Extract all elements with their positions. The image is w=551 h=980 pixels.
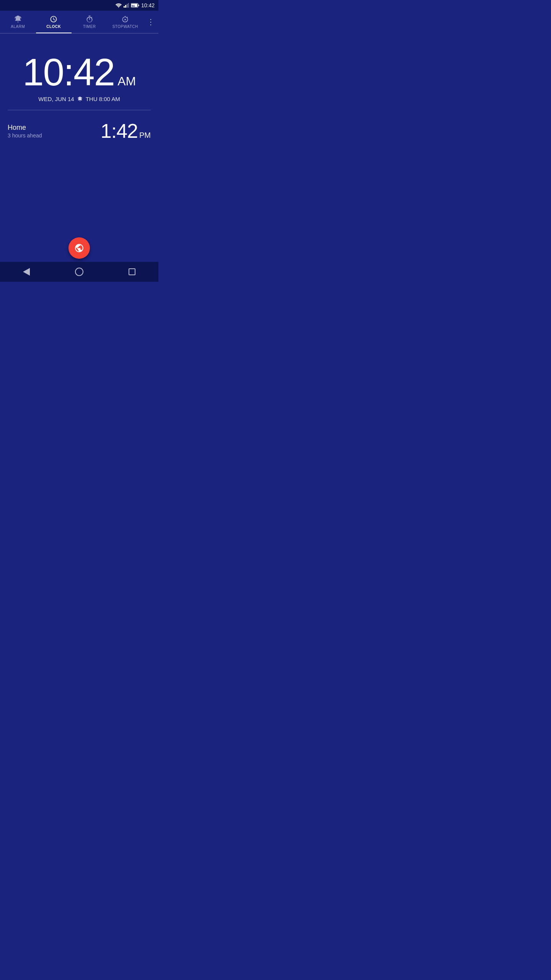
svg-rect-2 bbox=[125, 5, 126, 8]
svg-rect-4 bbox=[128, 3, 129, 8]
tab-timer-label: TIMER bbox=[83, 24, 96, 29]
world-time-number: 1:42 bbox=[101, 119, 138, 142]
current-date: WED, JUN 14 bbox=[38, 96, 74, 102]
tab-bar: ALARM CLOCK TIMER STOPWATCH ⋮ bbox=[0, 11, 158, 34]
world-clock-left: Home 3 hours ahead bbox=[8, 124, 42, 139]
next-alarm-icon bbox=[77, 96, 83, 102]
current-time-display: 10:42 AM bbox=[8, 41, 151, 91]
world-clock-offset: 3 hours ahead bbox=[8, 132, 42, 139]
world-clock-name: Home bbox=[8, 124, 42, 132]
main-content: 10:42 AM WED, JUN 14 THU 8:00 AM Home 3 … bbox=[0, 34, 158, 144]
section-divider bbox=[8, 110, 151, 110]
globe-icon bbox=[74, 243, 84, 253]
timer-icon bbox=[86, 15, 93, 23]
world-clock-item: Home 3 hours ahead 1:42 PM bbox=[8, 118, 151, 144]
world-clock-time: 1:42 PM bbox=[101, 119, 151, 142]
tab-stopwatch[interactable]: STOPWATCH bbox=[108, 11, 143, 33]
status-icons: 94 10:42 bbox=[116, 2, 155, 8]
tab-stopwatch-label: STOPWATCH bbox=[112, 24, 138, 29]
fab-container bbox=[68, 237, 90, 259]
next-alarm-time: THU 8:00 AM bbox=[86, 96, 120, 102]
alarm-icon bbox=[14, 15, 22, 23]
tab-timer[interactable]: TIMER bbox=[72, 11, 108, 33]
home-icon bbox=[75, 268, 83, 276]
svg-rect-3 bbox=[127, 4, 128, 8]
date-alarm-row: WED, JUN 14 THU 8:00 AM bbox=[8, 96, 151, 102]
add-city-button[interactable] bbox=[68, 237, 90, 259]
recents-icon bbox=[129, 268, 135, 275]
svg-text:94: 94 bbox=[132, 5, 135, 7]
back-icon bbox=[23, 268, 30, 276]
battery-icon: 94 bbox=[131, 3, 139, 8]
wifi-icon bbox=[116, 3, 122, 8]
svg-rect-7 bbox=[138, 5, 139, 6]
svg-rect-1 bbox=[124, 6, 125, 8]
navigation-bar bbox=[0, 262, 158, 282]
back-button[interactable] bbox=[19, 264, 34, 279]
clock-icon bbox=[50, 15, 57, 23]
svg-point-0 bbox=[118, 7, 119, 8]
current-period: AM bbox=[117, 74, 136, 88]
signal-icon bbox=[124, 3, 129, 8]
recents-button[interactable] bbox=[124, 264, 140, 279]
world-time-period: PM bbox=[139, 131, 151, 140]
current-time: 10:42 bbox=[23, 53, 114, 91]
tab-alarm[interactable]: ALARM bbox=[0, 11, 36, 33]
stopwatch-icon bbox=[121, 15, 129, 23]
tab-clock-label: CLOCK bbox=[46, 24, 61, 29]
tab-alarm-label: ALARM bbox=[11, 24, 25, 29]
status-bar: 94 10:42 bbox=[0, 0, 158, 11]
home-button[interactable] bbox=[72, 264, 87, 279]
more-options-button[interactable]: ⋮ bbox=[143, 11, 158, 33]
tab-clock[interactable]: CLOCK bbox=[36, 11, 72, 33]
status-time: 10:42 bbox=[141, 2, 155, 8]
